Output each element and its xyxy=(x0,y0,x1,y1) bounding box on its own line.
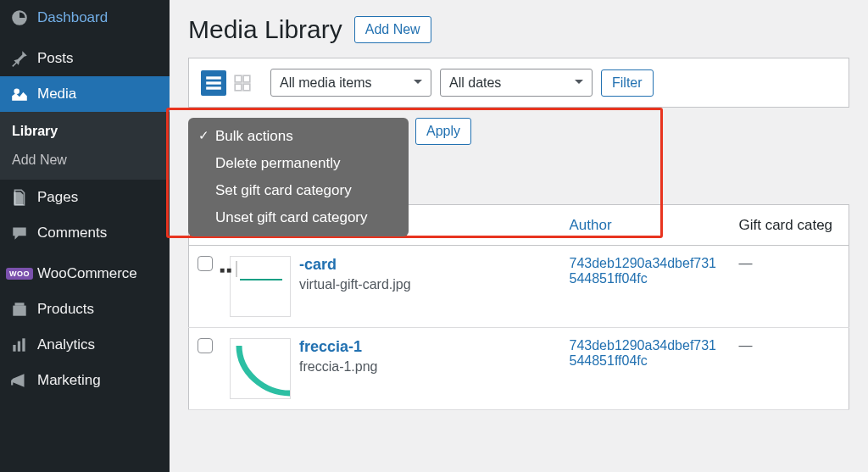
media-title-link[interactable]: freccia-1 xyxy=(299,338,362,355)
list-icon xyxy=(204,74,223,92)
sidebar-item-label: Media xyxy=(37,86,76,103)
grid-view-button[interactable] xyxy=(230,70,255,96)
analytics-icon xyxy=(10,336,29,354)
sidebar-item-marketing[interactable]: Marketing xyxy=(0,363,170,398)
table-row: -card virtual-gift-card.jpg 743deb1290a3… xyxy=(189,246,849,328)
svg-rect-7 xyxy=(206,81,221,84)
bulk-option-unset-category[interactable]: Unset gift card category xyxy=(192,204,405,231)
submenu-item-library[interactable]: Library xyxy=(0,117,170,146)
svg-rect-12 xyxy=(243,84,250,91)
row-checkbox[interactable] xyxy=(198,256,213,271)
column-gift-category: Gift card categ xyxy=(731,205,849,246)
sidebar-item-label: Comments xyxy=(37,225,107,242)
svg-rect-11 xyxy=(235,84,242,91)
svg-rect-3 xyxy=(13,345,15,352)
gift-category-cell: — xyxy=(731,246,849,328)
media-submenu: Library Add New xyxy=(0,112,170,180)
gift-category-cell: — xyxy=(731,328,849,410)
bulk-option-set-category[interactable]: Set gift card category xyxy=(192,177,405,204)
author-link[interactable]: 743deb1290a34dbef731544851ff04fc xyxy=(570,338,717,368)
bulk-option-delete[interactable]: Delete permanently xyxy=(192,150,405,177)
author-link[interactable]: 743deb1290a34dbef731544851ff04fc xyxy=(570,256,717,286)
row-checkbox[interactable] xyxy=(198,338,213,353)
media-type-select[interactable]: All media items xyxy=(270,69,431,97)
products-icon xyxy=(10,300,29,319)
sidebar-item-media[interactable]: Media xyxy=(0,76,170,112)
sidebar-item-label: Analytics xyxy=(37,336,95,353)
sidebar-item-pages[interactable]: Pages xyxy=(0,180,170,215)
media-filename: virtual-gift-card.jpg xyxy=(299,277,411,292)
comments-icon xyxy=(10,224,29,242)
woo-icon: WOO xyxy=(10,264,29,283)
sidebar-item-label: Posts xyxy=(37,50,74,67)
svg-rect-9 xyxy=(235,75,242,82)
sidebar-item-label: Dashboard xyxy=(37,9,108,26)
pin-icon xyxy=(10,49,29,68)
bulk-actions-dropdown-open[interactable]: Bulk actions Delete permanently Set gift… xyxy=(188,118,409,236)
media-title-link[interactable]: -card xyxy=(299,256,337,273)
svg-rect-8 xyxy=(206,86,221,89)
list-view-button[interactable] xyxy=(201,70,226,96)
marketing-icon xyxy=(10,371,29,390)
table-row: freccia-1 freccia-1.png 743deb1290a34dbe… xyxy=(189,328,849,410)
sidebar-item-label: Products xyxy=(37,301,94,318)
main-content: Media Library Add New All media items Al… xyxy=(170,0,868,472)
sidebar-item-posts[interactable]: Posts xyxy=(0,41,170,76)
filter-bar: All media items All dates Filter xyxy=(188,58,849,108)
sidebar-item-comments[interactable]: Comments xyxy=(0,215,170,251)
svg-rect-10 xyxy=(243,75,250,82)
view-toggle xyxy=(201,70,255,96)
media-filename: freccia-1.png xyxy=(299,359,378,375)
admin-sidebar: Dashboard Posts Media Library Add New Pa… xyxy=(0,0,170,472)
svg-rect-2 xyxy=(15,303,25,305)
add-new-button[interactable]: Add New xyxy=(354,16,431,43)
media-thumbnail[interactable] xyxy=(230,338,291,399)
page-header: Media Library Add New xyxy=(188,0,849,58)
bulk-option-bulk-actions[interactable]: Bulk actions xyxy=(192,123,405,150)
sidebar-item-label: WooCommerce xyxy=(37,265,137,282)
sidebar-item-products[interactable]: Products xyxy=(0,292,170,327)
apply-button[interactable]: Apply xyxy=(415,118,471,145)
media-icon xyxy=(10,85,29,103)
dashboard-icon xyxy=(10,8,29,27)
submenu-item-add-new[interactable]: Add New xyxy=(0,146,170,175)
date-select[interactable]: All dates xyxy=(440,69,593,97)
filter-button[interactable]: Filter xyxy=(601,69,654,97)
page-title: Media Library xyxy=(188,15,342,44)
media-thumbnail[interactable] xyxy=(230,256,291,317)
sidebar-item-woocommerce[interactable]: WOO WooCommerce xyxy=(0,256,170,292)
bulk-actions-row: Bulk actions Delete permanently Set gift… xyxy=(188,108,849,135)
svg-rect-6 xyxy=(206,76,221,79)
svg-rect-4 xyxy=(18,342,20,352)
sidebar-item-label: Marketing xyxy=(37,372,101,389)
svg-rect-5 xyxy=(22,338,25,351)
svg-point-0 xyxy=(14,88,19,94)
sidebar-item-analytics[interactable]: Analytics xyxy=(0,327,170,363)
pages-icon xyxy=(10,188,29,207)
grid-icon xyxy=(233,74,252,92)
sidebar-item-dashboard[interactable]: Dashboard xyxy=(0,0,170,36)
svg-rect-1 xyxy=(13,306,25,316)
column-author[interactable]: Author xyxy=(561,205,731,246)
sidebar-item-label: Pages xyxy=(37,189,78,206)
